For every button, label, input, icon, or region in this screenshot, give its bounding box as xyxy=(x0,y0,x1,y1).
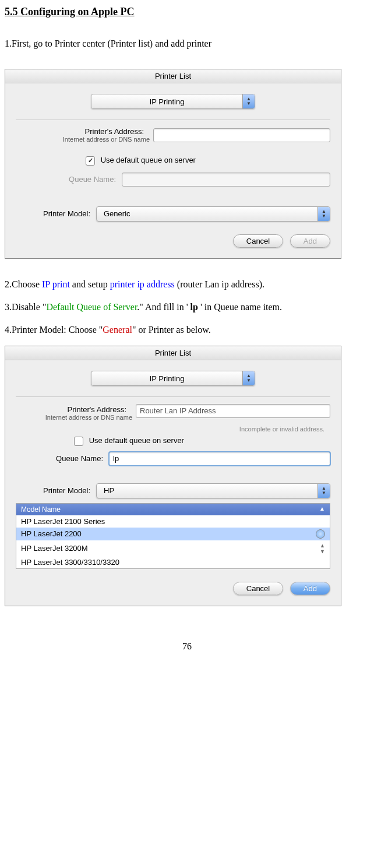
chevron-updown-icon: ▲▼ xyxy=(242,371,255,385)
add-button[interactable]: Add xyxy=(290,234,330,248)
printer-model-label: Printer Model: xyxy=(16,486,90,495)
printer-address-input[interactable]: Router Lan IP Address xyxy=(136,404,330,418)
cancel-button[interactable]: Cancel xyxy=(233,234,283,248)
default-queue-label: Use default queue on server xyxy=(101,156,196,164)
section-heading: 5.5 Configuring on Apple PC xyxy=(5,6,369,18)
list-item[interactable]: HP LaserJet 3200M ▲▼ xyxy=(16,540,330,556)
address-label: Printer's Address: xyxy=(68,405,126,414)
scroll-arrows-icon[interactable]: ▲▼ xyxy=(320,543,325,554)
default-queue-label: Use default queue on server xyxy=(89,436,184,445)
step-2-text: 2.Choose IP print and setup printer ip a… xyxy=(5,276,369,292)
model-listbox[interactable]: Model Name ▲ HP LaserJet 2100 Series HP … xyxy=(16,503,330,569)
queue-name-input[interactable]: lp xyxy=(109,452,330,466)
default-queue-checkbox[interactable] xyxy=(74,437,83,446)
printer-model-dropdown[interactable]: HP ▲▼ xyxy=(96,483,330,498)
chevron-updown-icon: ▲▼ xyxy=(242,94,255,108)
printer-list-dialog-2: Printer List IP Printing ▲▼ Printer's Ad… xyxy=(5,346,341,606)
step-1-text: 1.First, go to Printer center (Printer l… xyxy=(5,36,369,51)
address-label: Printer's Address: xyxy=(85,127,144,136)
step-3-text: 3.Disable "Default Queue of Server." And… xyxy=(5,299,369,315)
printer-model-dropdown[interactable]: Generic ▲▼ xyxy=(96,206,330,222)
page-number: 76 xyxy=(5,641,369,652)
queue-name-label: Queue Name: xyxy=(16,454,103,463)
step-4-text: 4.Printer Model: Choose "General" or Pri… xyxy=(5,322,369,338)
list-header: Model Name ▲ xyxy=(16,504,330,515)
dropdown-value: IP Printing xyxy=(91,374,242,383)
connection-type-dropdown[interactable]: IP Printing ▲▼ xyxy=(91,371,255,386)
dialog-title: Printer List xyxy=(5,346,341,360)
list-item[interactable]: HP LaserJet 2100 Series xyxy=(16,515,330,528)
scroll-thumb-icon[interactable] xyxy=(316,529,325,539)
queue-name-input xyxy=(122,173,330,187)
dropdown-value: HP xyxy=(97,486,317,495)
connection-type-dropdown[interactable]: IP Printing ▲▼ xyxy=(91,94,255,109)
chevron-updown-icon: ▲▼ xyxy=(317,484,330,498)
cancel-button[interactable]: Cancel xyxy=(233,582,283,595)
list-item[interactable]: HP LaserJet 2200 xyxy=(16,528,330,540)
address-sublabel: Internet address or DNS name xyxy=(16,136,150,143)
add-button[interactable]: Add xyxy=(290,582,330,595)
list-item[interactable]: HP LaserJet 3300/3310/3320 xyxy=(16,556,330,568)
dropdown-value: IP Printing xyxy=(91,97,242,106)
chevron-updown-icon: ▲▼ xyxy=(317,207,330,221)
address-validation-msg: Incomplete or invalid address. xyxy=(16,426,324,433)
dialog-title: Printer List xyxy=(5,69,341,83)
default-queue-checkbox[interactable] xyxy=(86,156,95,166)
address-sublabel: Internet address or DNS name xyxy=(16,414,132,421)
queue-name-label: Queue Name: xyxy=(16,175,116,184)
printer-model-label: Printer Model: xyxy=(16,209,90,218)
printer-list-dialog-1: Printer List IP Printing ▲▼ Printer's Ad… xyxy=(5,69,341,259)
printer-address-input[interactable] xyxy=(153,128,330,142)
dropdown-value: Generic xyxy=(97,209,317,218)
